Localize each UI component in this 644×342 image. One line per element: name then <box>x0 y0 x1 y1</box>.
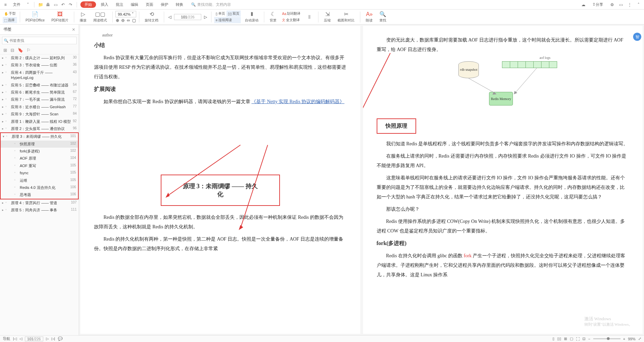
more-icon[interactable]: ⋮ <box>627 2 632 7</box>
edit-tab[interactable]: 编辑 <box>128 1 141 8</box>
chevron-up-icon[interactable]: ˄ <box>636 2 641 7</box>
status-page-input[interactable]: 101/226 <box>25 337 43 341</box>
bookmark-flag-icon[interactable]: ⚐ <box>27 48 31 53</box>
prev-page-icon[interactable]: ◁ <box>19 337 22 341</box>
expand-icon[interactable]: ⤢ <box>638 337 641 341</box>
last-page-icon[interactable]: ▷| <box>51 337 55 341</box>
segment-icon[interactable]: ⫴ <box>303 13 315 21</box>
hand-tool[interactable]: ✋手型 <box>3 11 17 17</box>
page-tab[interactable]: 页面 <box>143 1 156 8</box>
delete-bookmark-icon[interactable]: ⊟ <box>11 48 14 53</box>
next-page-icon[interactable]: ▷ <box>46 337 49 341</box>
bookmark-item[interactable]: ▸▫原理 2：交头接耳 —— 通信协议96 <box>0 125 79 132</box>
bookmark-item[interactable]: ▫快照原理102 <box>1 141 78 148</box>
open-icon[interactable]: 📁 <box>38 2 43 7</box>
play-button[interactable]: ▷播放 <box>77 10 89 23</box>
find-button[interactable]: 🔍查找 <box>377 10 389 23</box>
file-menu[interactable]: 文件 <box>10 1 23 8</box>
convert-tab[interactable]: 转换 <box>173 1 186 8</box>
zoom-in-icon[interactable]: ⊕ <box>116 18 119 23</box>
tabs-icon[interactable]: ▭ <box>53 2 58 7</box>
bookmark-item[interactable]: ▸▫原理 5：同舟共济 —— 事务111 <box>0 207 79 214</box>
bookmark-item[interactable]: ▸▫应用 5：层峦叠嶂 —— 布隆过滤器54 <box>0 82 79 89</box>
bookmark-item[interactable]: ▸▫应用 2：缓兵之计 —— 延时队列30 <box>0 54 79 62</box>
zoom-select[interactable]: 99.42%˅ <box>115 11 136 17</box>
chevron-down-icon[interactable]: ˅ <box>25 2 31 7</box>
share-button[interactable]: ⇪分享 <box>590 1 606 8</box>
bookmark-item[interactable]: ▸▫应用 9：大海捞针 —— Scan84 <box>0 111 79 118</box>
menu-icon[interactable]: ≡ <box>3 2 8 7</box>
double-page-button[interactable]: ▯▯双页 <box>226 11 241 17</box>
title-bar: ≡ 文件 ˅ 📁 🖶 ▭ ↶ ↷ 开始 插入 批注 编辑 页面 保护 转换 🔍 … <box>0 0 644 10</box>
bookmark-icon[interactable]: 🔖 <box>18 48 23 53</box>
bookmark-item[interactable]: ▸▫应用 3：节衣缩食 —— 位图36 <box>0 62 79 69</box>
paragraph: Redis 使用操作系统的多进程 COW(Copy On Write) 机制来实… <box>377 217 629 236</box>
reference-link[interactable]: 《基于 Netty 实现 Redis 协议的编码解码器》 <box>251 99 344 104</box>
background-button[interactable]: ☾背景 <box>267 10 279 23</box>
print-icon[interactable]: 🖶 <box>45 2 51 7</box>
continuous-read-button[interactable]: ≡连续阅读 <box>214 17 241 23</box>
fullscreen-icon[interactable]: ⛶ <box>576 337 580 341</box>
fit-page-icon[interactable]: ▢ <box>132 18 136 23</box>
heading-summary: 小结 <box>94 42 347 49</box>
view-mode-grid-icon[interactable]: ⊞ <box>564 337 567 341</box>
rotate-button[interactable]: ⟲旋转文档 <box>142 10 161 23</box>
bookmark-item[interactable]: ▫fsync105 <box>1 169 78 177</box>
redo-icon[interactable]: ↷ <box>68 2 73 7</box>
view-mode-icon[interactable]: ▯ <box>552 337 554 341</box>
view-mode-double-icon[interactable]: ▯▯ <box>557 337 561 341</box>
word-translate-button[interactable]: Aa划词翻译 <box>281 11 302 17</box>
first-page-icon[interactable]: |◁ <box>13 337 17 341</box>
bookmark-item[interactable]: ▫Redis 4.0 混合持久化106 <box>1 184 78 191</box>
bookmark-item[interactable]: ▫AOF 重写105 <box>1 162 78 169</box>
insert-tab[interactable]: 插入 <box>98 1 111 8</box>
page-input[interactable]: 101/226 <box>174 14 201 20</box>
single-page-button[interactable]: ▯单页 <box>214 11 226 17</box>
global-search[interactable]: 🔍 查找功能、文档内容 <box>188 1 234 8</box>
zoom-in-icon[interactable]: + <box>623 337 625 341</box>
protect-tab[interactable]: 保护 <box>158 1 171 8</box>
annotate-tab[interactable]: 批注 <box>113 1 126 8</box>
start-tab[interactable]: 开始 <box>80 1 96 8</box>
bookmark-item[interactable]: ▫AOF 原理104 <box>1 155 78 162</box>
undo-icon[interactable]: ↶ <box>60 2 66 7</box>
bookmark-item[interactable]: ▫思考题106 <box>1 191 78 198</box>
bookmark-item[interactable]: ▸▫应用 6：断尾求生 —— 简单限流67 <box>0 89 79 96</box>
zoom-slider[interactable] <box>593 338 621 339</box>
gear-icon[interactable]: ⚙ <box>609 2 615 7</box>
zoom-value[interactable]: 99% <box>628 337 635 341</box>
zoom-out-icon[interactable]: − <box>588 337 590 341</box>
compress-button[interactable]: ⇲压缩 <box>321 10 333 23</box>
document-area[interactable]: author 小结 Redis 协议里有大量冗余的回车换行符，但是这不影响它成为… <box>79 25 644 335</box>
view-mode-read-icon[interactable]: ▢ <box>570 337 573 341</box>
read-aloud-button[interactable]: A»朗读 <box>363 11 375 23</box>
full-translate-button[interactable]: 文全文翻译 <box>281 17 302 23</box>
auto-scroll-button[interactable]: ⬍自动滚动 <box>242 10 261 23</box>
fit-width-icon[interactable]: ⬄ <box>127 18 130 23</box>
floating-assistant-button[interactable]: 智 <box>633 33 641 41</box>
pdf-to-office-button[interactable]: 📄PDF转Office <box>23 10 47 23</box>
pdf-to-image-button[interactable]: 🖼PDF转图片 <box>49 11 71 23</box>
comment-icon[interactable]: 💬 <box>58 337 63 341</box>
bookmark-search-input[interactable] <box>2 37 77 44</box>
bookmark-item[interactable]: ▫fork(多进程)102 <box>1 148 78 155</box>
select-tool[interactable]: ⬚选择 <box>3 17 17 23</box>
add-bookmark-icon[interactable]: ⊞ <box>3 48 7 53</box>
bookmark-item[interactable]: ▫运维105 <box>1 177 78 184</box>
zoom-fit-icon[interactable]: ⊡ <box>582 337 585 341</box>
bookmark-item[interactable]: ▸▫原理 4：雷厉风行 —— 管道107 <box>0 199 79 207</box>
bookmark-item[interactable]: ▸▫应用 8：近水楼台 —— GeoHash77 <box>0 103 79 111</box>
status-bar: 导航 |◁ ◁ 101/226 ▷ ▷| 💬 ▯ ▯▯ ⊞ ▢ ⛶ ⊡ − + … <box>0 335 644 342</box>
bookmark-item[interactable]: ▸▫应用 4：四两拨千斤 —— HyperLogLog43 <box>0 69 79 82</box>
read-mode-button[interactable]: ▢▢阅读模式 <box>91 10 110 23</box>
crop-compare-button[interactable]: ✂截图和对比 <box>335 10 357 23</box>
skin-icon[interactable]: ▭ <box>618 2 624 7</box>
close-icon[interactable]: ✕ <box>72 27 75 32</box>
prev-page-icon[interactable]: ◁ <box>167 14 173 20</box>
next-page-icon[interactable]: ▷ <box>203 14 208 20</box>
bookmark-item[interactable]: ▸▫原理 1：鞭辟入里 —— 线程 IO 模型92 <box>0 118 79 125</box>
cloud-icon[interactable]: ☁ <box>581 2 586 7</box>
bookmark-item[interactable]: ▸▫应用 7：一毛不拔 —— 漏斗限流72 <box>0 96 79 103</box>
zoom-out-icon[interactable]: ⊖ <box>121 18 125 23</box>
bookmark-item[interactable]: ▾▫原理 3：未雨绸缪 —— 持久化101 <box>1 133 78 140</box>
